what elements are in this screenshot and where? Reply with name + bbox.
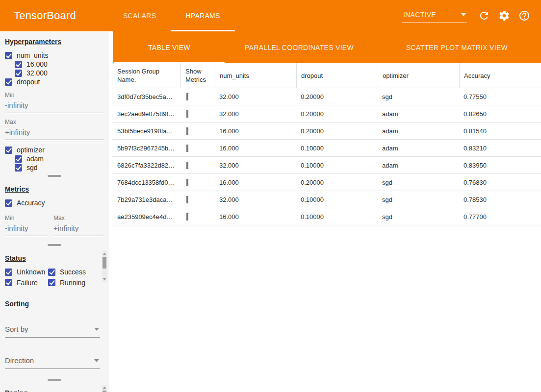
status-running[interactable]: Running (48, 278, 98, 287)
sorting-section: Sorting Sort by Direction (0, 288, 109, 383)
hparams-main: TABLE VIEW PARALLEL COORDINATES VIEW SCA… (113, 31, 541, 392)
optimizer-checkbox[interactable] (5, 147, 12, 154)
inactive-dropdown[interactable]: INACTIVE (402, 9, 467, 23)
column-header-accuracy: Accuracy (459, 63, 541, 88)
dropout-min-input[interactable]: -infinity (5, 98, 104, 113)
dropout-checkbox[interactable] (5, 78, 12, 86)
sidebar: Hyperparameters num_units 16.000 32.000 … (0, 32, 109, 392)
accuracy-minmax: Min -infinity Max +infinity (5, 209, 104, 236)
status-scrollbar[interactable] (102, 251, 107, 282)
cell-session-group-name: ae235909ec4e4d… (113, 213, 180, 220)
status-running-checkbox[interactable] (48, 279, 55, 286)
chevron-down-icon (94, 359, 99, 362)
show-metrics-checkbox[interactable] (186, 213, 188, 220)
resize-handle[interactable] (5, 241, 104, 248)
status-heading: Status (5, 254, 98, 262)
paging-heading: Paging (5, 389, 98, 392)
show-metrics-checkbox[interactable] (186, 110, 188, 118)
num-units-32-checkbox[interactable] (15, 70, 22, 77)
top-bar: TensorBoard SCALARS HPARAMS INACTIVE (0, 0, 541, 31)
cell-num-units: 32.000 (215, 110, 296, 118)
table-row[interactable]: 3df0d7cf35bec5a… 32.000 0.20000 sgd 0.77… (113, 88, 541, 105)
show-metrics-checkbox[interactable] (186, 145, 188, 152)
tab-parallel-coordinates-view[interactable]: PARALLEL COORDINATES VIEW (226, 31, 373, 63)
tab-scatter-plot-matrix-view[interactable]: SCATTER PLOT MATRIX VIEW (373, 31, 541, 63)
status-unknown[interactable]: Unknown (5, 268, 48, 276)
gear-icon[interactable] (498, 10, 510, 22)
table-row[interactable]: 53bf5bece9190fa… 16.000 0.20000 adam 0.8… (113, 122, 541, 140)
cell-session-group-name: 7b29a731e3daca… (113, 196, 180, 203)
column-header-show-metrics: Show Metrics (180, 63, 215, 88)
cell-show-metrics (180, 162, 215, 169)
cell-num-units: 16.000 (215, 127, 296, 135)
hyperparameters-section: Hyperparameters num_units 16.000 32.000 … (0, 32, 109, 179)
refresh-icon[interactable] (478, 10, 490, 22)
cell-num-units: 32.000 (215, 162, 296, 169)
cell-optimizer: sgd (378, 93, 459, 100)
cell-num-units: 16.000 (215, 213, 296, 220)
help-icon[interactable] (518, 10, 530, 22)
table-row[interactable]: ae235909ec4e4d… 16.000 0.10000 sgd 0.777… (113, 208, 541, 225)
optimizer-adam-checkbox[interactable] (15, 155, 22, 163)
scroll-up-icon[interactable] (103, 253, 106, 255)
cell-accuracy: 0.83950 (459, 162, 541, 169)
cell-optimizer: adam (378, 145, 459, 152)
cell-session-group-name: 3ec2aed9e07589f… (113, 110, 180, 118)
hparam-optimizer-option-sgd[interactable]: sgd (15, 163, 104, 172)
status-failure-checkbox[interactable] (5, 279, 12, 286)
status-options: Unknown Success Failure Running (5, 268, 98, 288)
status-success-checkbox[interactable] (48, 269, 55, 276)
accuracy-min-input[interactable]: -infinity (5, 221, 48, 236)
paging-scrollbar[interactable] (102, 385, 107, 392)
resize-handle[interactable] (5, 172, 104, 179)
tab-scalars[interactable]: SCALARS (108, 0, 171, 31)
scrollbar-thumb[interactable] (103, 257, 106, 269)
hparam-optimizer[interactable]: optimizer (5, 146, 104, 154)
hparam-num-units-option-16[interactable]: 16.000 (15, 60, 104, 69)
optimizer-sgd-checkbox[interactable] (15, 164, 22, 172)
cell-accuracy: 0.77700 (459, 213, 541, 220)
cell-optimizer: adam (378, 127, 459, 135)
table-row[interactable]: 6826c7fa3322d82… 32.000 0.10000 adam 0.8… (113, 157, 541, 174)
table-row[interactable]: 7684dcc13358fd0… 16.000 0.20000 sgd 0.76… (113, 174, 541, 191)
hparam-num-units[interactable]: num_units (5, 51, 104, 60)
table-row[interactable]: 5b97f3c2967245b… 16.000 0.10000 adam 0.8… (113, 140, 541, 157)
tab-table-view[interactable]: TABLE VIEW (113, 31, 226, 63)
metrics-section: Metrics Accuracy Min -infinity Max +infi… (0, 179, 109, 248)
accuracy-max-input[interactable]: +infinity (53, 221, 104, 236)
cell-session-group-name: 6826c7fa3322d82… (113, 162, 180, 169)
table-row[interactable]: 7b29a731e3daca… 32.000 0.10000 sgd 0.785… (113, 191, 541, 208)
direction-select[interactable]: Direction (5, 354, 100, 369)
scroll-down-icon[interactable] (103, 278, 106, 280)
cell-show-metrics (180, 213, 215, 220)
inactive-dropdown-value: INACTIVE (403, 11, 436, 19)
hparam-optimizer-option-adam[interactable]: adam (15, 154, 104, 163)
num-units-16-checkbox[interactable] (15, 61, 22, 68)
status-failure[interactable]: Failure (5, 278, 48, 287)
tab-hparams[interactable]: HPARAMS (171, 0, 234, 31)
session-groups-table: Session Group Name. Show Metrics num_uni… (113, 63, 541, 225)
scroll-up-icon[interactable] (103, 387, 106, 389)
num-units-checkbox[interactable] (5, 52, 12, 59)
resize-handle[interactable] (5, 376, 104, 383)
main-nav: SCALARS HPARAMS (108, 0, 235, 31)
cell-optimizer: sgd (378, 196, 459, 203)
show-metrics-checkbox[interactable] (186, 93, 188, 100)
show-metrics-checkbox[interactable] (186, 162, 188, 169)
status-unknown-checkbox[interactable] (5, 269, 12, 276)
show-metrics-checkbox[interactable] (186, 127, 188, 135)
hparam-num-units-option-32[interactable]: 32.000 (15, 69, 104, 77)
hparam-dropout[interactable]: dropout (5, 77, 104, 86)
status-success[interactable]: Success (48, 268, 98, 276)
sort-by-select[interactable]: Sort by (5, 322, 100, 338)
metric-accuracy[interactable]: Accuracy (5, 198, 104, 207)
column-header-dropout: dropout (296, 63, 378, 88)
table-row[interactable]: 3ec2aed9e07589f… 32.000 0.20000 adam 0.8… (113, 105, 541, 122)
dropout-min-label: Min (5, 92, 104, 98)
cell-show-metrics (180, 145, 215, 152)
dropout-max-input[interactable]: +infinity (5, 125, 104, 140)
show-metrics-checkbox[interactable] (186, 196, 188, 203)
show-metrics-checkbox[interactable] (186, 179, 188, 186)
cell-optimizer: sgd (378, 179, 459, 186)
accuracy-checkbox[interactable] (5, 199, 12, 207)
